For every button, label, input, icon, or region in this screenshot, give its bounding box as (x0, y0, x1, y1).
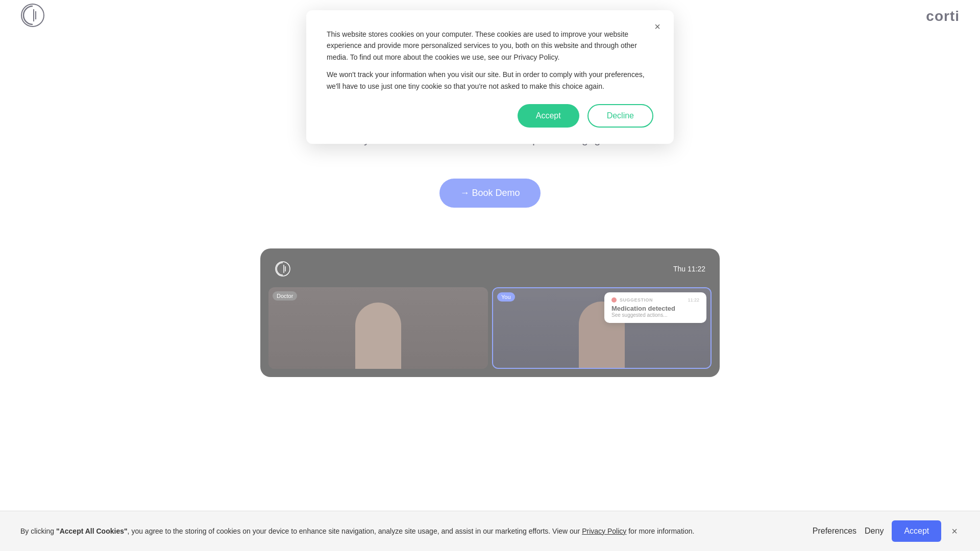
cookie-consent-modal: × This website stores cookies on your co… (306, 10, 674, 144)
modal-actions: Accept Decline (327, 104, 653, 128)
modal-paragraph-2: We won't track your information when you… (327, 69, 653, 92)
cookie-banner-text: By clicking "Accept All Cookies", you ag… (20, 526, 792, 537)
deny-button[interactable]: Deny (865, 527, 884, 536)
modal-decline-button[interactable]: Decline (587, 104, 653, 128)
accept-cookies-button[interactable]: Accept (892, 520, 941, 542)
preferences-button[interactable]: Preferences (813, 527, 856, 536)
modal-overlay: × This website stores cookies on your co… (0, 0, 980, 551)
close-banner-button[interactable]: × (949, 523, 960, 539)
modal-accept-button[interactable]: Accept (518, 104, 579, 128)
cookie-banner-bottom: By clicking "Accept All Cookies", you ag… (0, 511, 980, 551)
privacy-policy-link[interactable]: Privacy Policy (582, 527, 626, 535)
cookie-banner-actions: Preferences Deny Accept × (813, 520, 960, 542)
modal-close-button[interactable]: × (649, 18, 666, 35)
modal-paragraph-1: This website stores cookies on your comp… (327, 29, 653, 63)
